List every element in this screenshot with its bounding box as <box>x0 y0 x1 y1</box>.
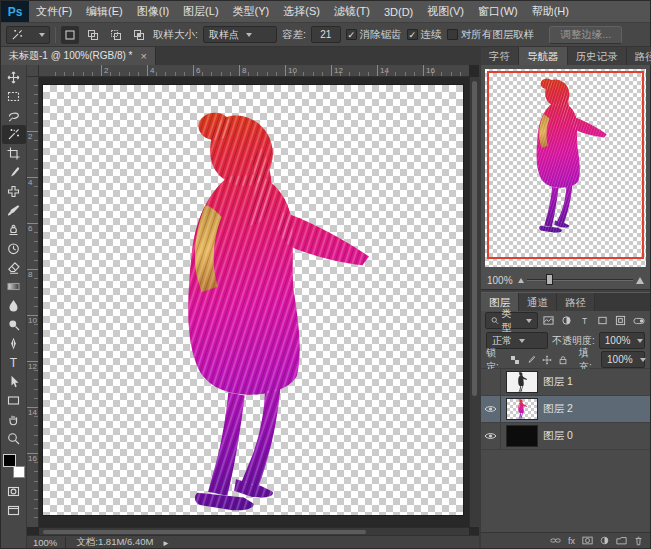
layer-row[interactable]: 图层 2 <box>481 396 650 423</box>
zoom-level-field[interactable]: 100% <box>33 537 66 548</box>
tab-character[interactable]: 字符 <box>481 47 519 65</box>
layer-visibility-toggle[interactable] <box>481 396 501 422</box>
vertical-ruler[interactable]: 246810121416 <box>27 77 39 527</box>
filter-adjustment-layers-icon[interactable] <box>560 313 574 328</box>
dodge-tool[interactable] <box>2 315 26 334</box>
ruler-origin-corner[interactable] <box>27 65 39 77</box>
horizontal-ruler[interactable]: 24681012141618 <box>39 65 469 77</box>
sample-all-layers-option[interactable]: 对所有图层取样 <box>447 28 535 42</box>
eyedropper-tool[interactable] <box>2 163 26 182</box>
screen-mode-button[interactable] <box>2 501 26 520</box>
navigator-zoom-slider[interactable] <box>518 277 644 284</box>
zoom-in-icon[interactable] <box>636 277 644 284</box>
brush-tool[interactable] <box>2 201 26 220</box>
zoom-out-icon[interactable] <box>518 278 524 283</box>
close-tab-icon[interactable]: × <box>141 50 147 62</box>
layer-mask-icon[interactable] <box>582 536 593 545</box>
menu-item[interactable]: 滤镜(T) <box>327 4 377 19</box>
history-brush-tool[interactable] <box>2 239 26 258</box>
tab-channels[interactable]: 通道 <box>519 293 557 311</box>
menu-item[interactable]: 编辑(E) <box>79 4 130 19</box>
clone-stamp-tool[interactable] <box>2 220 26 239</box>
scrollbar-thumb[interactable] <box>472 81 477 396</box>
lock-transparency-icon[interactable] <box>508 352 521 367</box>
layer-thumbnail[interactable] <box>506 398 538 420</box>
path-selection-tool[interactable] <box>2 372 26 391</box>
navigator-preview[interactable] <box>485 69 646 267</box>
zoom-slider-thumb[interactable] <box>546 274 553 285</box>
menu-item[interactable]: 图像(I) <box>130 4 176 19</box>
layer-thumbnail[interactable] <box>506 425 538 447</box>
menu-item[interactable]: 3D(D) <box>377 6 420 18</box>
crop-tool[interactable] <box>2 144 26 163</box>
background-color-swatch[interactable] <box>13 466 25 478</box>
filter-smart-objects-icon[interactable] <box>614 313 628 328</box>
foreground-color-swatch[interactable] <box>3 454 16 467</box>
refine-edge-button[interactable]: 调整边缘... <box>549 26 622 44</box>
link-layers-icon[interactable] <box>550 536 561 545</box>
horizontal-scrollbar[interactable] <box>39 527 469 535</box>
delete-layer-icon[interactable] <box>634 536 643 546</box>
navigator-zoom-value[interactable]: 100% <box>487 275 513 286</box>
layer-filter-select[interactable]: 类型 <box>485 312 538 329</box>
menu-item[interactable]: 帮助(H) <box>525 4 576 19</box>
blur-tool[interactable] <box>2 296 26 315</box>
tab-paths-top[interactable]: 路径 <box>627 47 651 65</box>
new-selection-button[interactable] <box>61 26 79 44</box>
layer-thumbnail[interactable] <box>506 371 538 393</box>
menu-item[interactable]: 类型(Y) <box>226 4 277 19</box>
lock-pixels-icon[interactable] <box>524 352 537 367</box>
tab-paths[interactable]: 路径 <box>557 293 595 311</box>
lock-all-icon[interactable] <box>557 352 570 367</box>
document-canvas[interactable] <box>43 85 463 515</box>
subtract-from-selection-button[interactable] <box>107 26 125 44</box>
document-tab[interactable]: 未标题-1 @ 100%(RGB/8) * × <box>1 47 156 65</box>
tolerance-input[interactable] <box>311 26 341 43</box>
intersect-selection-button[interactable] <box>130 26 148 44</box>
hand-tool[interactable] <box>2 410 26 429</box>
filter-pixel-layers-icon[interactable] <box>542 313 556 328</box>
filter-type-layers-icon[interactable]: T <box>578 313 592 328</box>
menu-item[interactable]: 选择(S) <box>276 4 327 19</box>
new-group-icon[interactable] <box>616 536 627 545</box>
zoom-slider-track[interactable] <box>527 279 633 281</box>
layer-row[interactable]: 图层 0 <box>481 423 650 450</box>
sample-size-select[interactable]: 取样点 <box>203 26 277 43</box>
menu-item[interactable]: 图层(L) <box>176 4 225 19</box>
pen-tool[interactable] <box>2 334 26 353</box>
quick-mask-button[interactable] <box>2 482 26 501</box>
eraser-tool[interactable] <box>2 258 26 277</box>
menu-item[interactable]: 文件(F) <box>29 4 79 19</box>
color-swatches[interactable] <box>3 454 25 478</box>
menu-item[interactable]: 视图(V) <box>420 4 471 19</box>
adjustment-layer-icon[interactable] <box>600 536 609 545</box>
magic-wand-tool[interactable] <box>2 125 26 144</box>
tool-preset-picker[interactable] <box>6 26 50 44</box>
layer-effects-icon[interactable]: fx <box>568 536 575 546</box>
move-tool[interactable] <box>2 68 26 87</box>
add-to-selection-button[interactable] <box>84 26 102 44</box>
navigator-view-box[interactable] <box>487 71 644 259</box>
type-tool[interactable]: T <box>2 353 26 372</box>
filter-shape-layers-icon[interactable] <box>596 313 610 328</box>
sample-all-layers-checkbox[interactable] <box>447 29 458 40</box>
rectangle-tool[interactable] <box>2 391 26 410</box>
tab-history[interactable]: 历史记录 <box>568 47 627 65</box>
layer-visibility-toggle[interactable] <box>481 369 501 395</box>
menu-item[interactable]: 窗口(W) <box>471 4 525 19</box>
fill-select[interactable]: 100% <box>601 351 645 368</box>
layer-visibility-toggle[interactable] <box>481 423 501 449</box>
rectangular-marquee-tool[interactable] <box>2 87 26 106</box>
spot-healing-brush-tool[interactable] <box>2 182 26 201</box>
zoom-tool[interactable] <box>2 429 26 448</box>
filter-toggle-icon[interactable] <box>632 313 646 328</box>
contiguous-option[interactable]: ✓ 连续 <box>407 28 442 42</box>
lock-position-icon[interactable] <box>541 352 554 367</box>
anti-alias-option[interactable]: ✓ 消除锯齿 <box>346 28 402 42</box>
lasso-tool[interactable] <box>2 106 26 125</box>
opacity-select[interactable]: 100% <box>599 332 645 349</box>
layer-row[interactable]: 图层 1 <box>481 369 650 396</box>
vertical-scrollbar[interactable] <box>469 77 479 527</box>
gradient-tool[interactable] <box>2 277 26 296</box>
status-menu-arrow[interactable]: ▸ <box>163 537 168 548</box>
